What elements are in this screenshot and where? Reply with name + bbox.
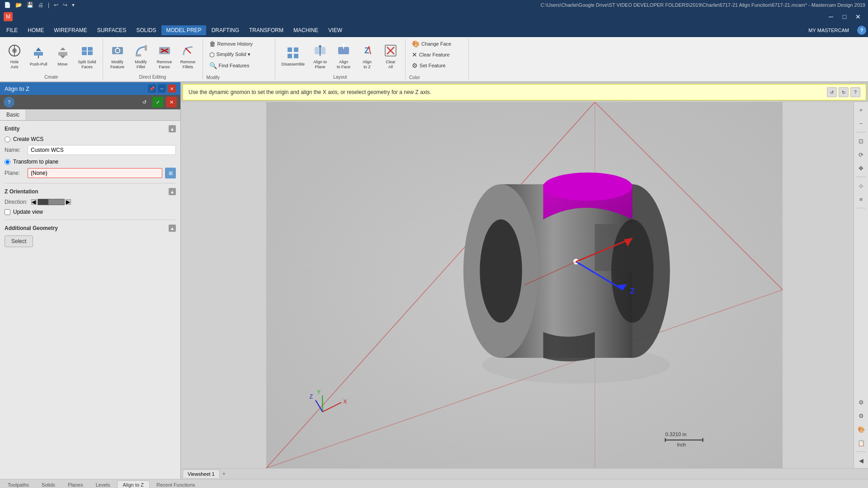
viewsheet-tab[interactable]: Viewsheet 1 [183,469,220,478]
clear-feature-btn[interactable]: ✕ Clear Feature [409,50,465,60]
additional-geometry-collapse-btn[interactable]: ▲ [169,225,176,232]
zoom-in-btn[interactable]: + [855,104,867,116]
minimize-btn[interactable]: ─ [825,10,837,23]
direction-control[interactable]: ◀ ▶ [31,199,71,205]
name-input[interactable] [28,145,176,155]
select-button[interactable]: Select [5,235,33,247]
plane-select-btn[interactable]: ⊞ [165,168,176,178]
menu-modelprep[interactable]: MODEL PREP [161,25,206,35]
move-btn[interactable]: Move [52,43,74,69]
menu-surfaces[interactable]: SURFACES [93,25,131,35]
clear-all-btn[interactable]: ClearAll [380,41,401,71]
panel-undo-btn[interactable]: ↺ [139,97,150,108]
align-to-face-btn[interactable]: Alignto Face [333,41,354,71]
tab-align-to-z[interactable]: Align to Z [117,480,150,488]
color-group-label: Color [409,73,465,80]
views-btn[interactable]: ⊹ [855,180,867,192]
panel-close-btn[interactable]: ✕ [168,84,176,93]
maximize-btn[interactable]: □ [838,10,851,23]
align-to-plane-btn[interactable]: Align toPlane [309,41,331,71]
panel-minimize-btn[interactable]: ─ [158,84,166,93]
update-view-checkbox[interactable] [5,209,10,215]
my-mastercam-btn[interactable]: MY MASTERCAM [804,26,854,35]
align-to-plane-icon [312,42,328,59]
menu-file[interactable]: FILE [2,25,22,35]
remove-faces-label: RemoveFaces [157,60,172,70]
remove-fillets-label: RemoveFillets [180,60,196,70]
direct-editing-tools: ModifyFeature ModifyFillet RemoveFaces R… [107,39,199,73]
set-feature-btn[interactable]: ⚙ Set Feature [409,61,465,70]
menu-machine[interactable]: MACHINE [289,25,323,35]
print-btn[interactable]: 🖨 [37,1,45,9]
zoom-out-btn[interactable]: − [855,117,867,129]
viewport[interactable]: Z X Y Z [181,102,868,468]
create-wcs-radio[interactable] [5,136,10,142]
layout-group-label: Layout [333,73,347,80]
rotate-btn[interactable]: ⟳ [855,149,867,160]
tooltip-undo-btn[interactable]: ↺ [827,87,837,97]
entity-collapse-btn[interactable]: ▲ [169,125,176,132]
panel-pin-btn[interactable]: 📌 [148,84,156,93]
open-btn[interactable]: 📂 [14,1,24,9]
hole-axis-btn[interactable]: HoleAxis [4,41,25,71]
settings-btn[interactable]: ⚙ [855,410,867,422]
tab-recent-functions[interactable]: Recent Functions [151,480,201,488]
tab-solids[interactable]: Solids [36,480,61,488]
viewsheet-add-btn[interactable]: + [220,470,228,478]
svg-text:0.3210 in: 0.3210 in [665,432,687,437]
panel-help-btn[interactable]: ? [4,97,14,108]
align-to-z-btn[interactable]: Z Alignto Z [356,41,378,71]
transform-plane-radio[interactable] [5,159,10,165]
layers2-btn[interactable]: 📋 [855,437,867,449]
tooltip-help-btn[interactable]: ? [850,87,860,97]
close-btn[interactable]: ✕ [852,10,864,23]
tab-toolpaths[interactable]: Toolpaths [2,480,35,488]
remove-history-btn[interactable]: 🗑 Remove History [207,39,271,49]
pan-btn[interactable]: ✥ [855,162,867,174]
tooltip-redo-btn[interactable]: ↻ [839,87,849,97]
color-btn[interactable]: 🎨 [855,423,867,435]
tab-planes[interactable]: Planes [62,480,89,488]
tab-levels[interactable]: Levels [90,480,116,488]
dropdown-btn[interactable]: ▾ [71,1,76,9]
remove-fillets-btn[interactable]: RemoveFillets [177,41,199,71]
panel-cancel-btn[interactable]: ✕ [166,97,177,108]
menu-transform[interactable]: TRANSFORM [245,25,288,35]
modify-group-label: Modify [207,73,271,80]
properties-btn[interactable]: ⚙ [855,396,867,408]
layers-btn[interactable]: ≡ [855,193,867,205]
plane-input[interactable] [28,168,162,178]
redo-btn[interactable]: ↪ [61,1,69,9]
create-wcs-label[interactable]: Create WCS [13,136,43,142]
expand-right-btn[interactable]: ◀ [855,455,867,466]
new-btn[interactable]: 📄 [3,1,12,9]
transform-plane-label[interactable]: Transform to plane [13,159,58,165]
push-pull-btn[interactable]: Push-Pull [27,43,50,69]
svg-rect-23 [288,54,292,58]
change-face-btn[interactable]: 🎨 Change Face [409,39,465,49]
panel-header-controls: 📌 ─ ✕ [148,84,176,93]
tab-basic[interactable]: Basic [0,109,26,120]
find-features-btn[interactable]: 🔍 Find Features [207,61,271,70]
fit-btn[interactable]: ⊡ [855,135,867,147]
simplify-solid-btn[interactable]: ⬡ Simplify Solid ▾ [207,50,271,60]
modify-fillet-btn[interactable]: ModifyFillet [130,41,152,71]
undo-btn[interactable]: ↩ [52,1,60,9]
disassemble-btn[interactable]: Disassemble [279,43,308,69]
direction-left-btn[interactable]: ◀ [31,199,37,205]
menu-view[interactable]: VIEW [324,25,347,35]
z-orientation-collapse-btn[interactable]: ▲ [169,188,176,195]
direction-right-btn[interactable]: ▶ [66,199,71,205]
update-view-label[interactable]: Update view [13,209,43,215]
save-btn[interactable]: 💾 [25,1,35,9]
menu-solids[interactable]: SOLIDS [132,25,160,35]
remove-faces-btn[interactable]: RemoveFaces [154,41,175,71]
menu-home[interactable]: HOME [23,25,48,35]
modify-feature-btn[interactable]: ModifyFeature [107,41,128,71]
panel-ok-btn[interactable]: ✓ [152,97,163,108]
menu-drafting[interactable]: DRAFTING [207,25,244,35]
help-btn[interactable]: ? [857,26,866,35]
split-solid-faces-btn[interactable]: Split SolidFaces [75,41,99,71]
menu-wireframe[interactable]: WIREFRAME [49,25,91,35]
panel-toolbar: ? ↺ ✓ ✕ [0,95,180,109]
